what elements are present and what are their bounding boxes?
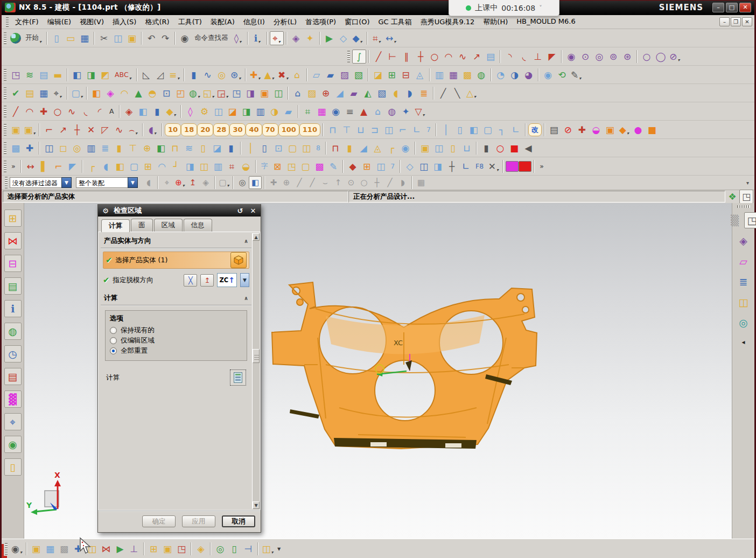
toolbar-icon[interactable]: ◆▾ [617,123,631,137]
preset-button[interactable]: 70 [262,123,278,136]
toolbar-icon[interactable]: ≋ [23,68,37,82]
toolbar-grip[interactable] [4,124,6,136]
toolbar-icon[interactable]: ⌖ [4,413,22,430]
toolbar-icon[interactable]: ◓ [145,86,159,100]
toolbar-icon[interactable]: ⊢ [386,50,400,64]
toolbar-icon[interactable]: ◿ [153,68,167,82]
toolbar-icon[interactable]: ◆▾ [164,104,178,118]
toolbar-icon[interactable]: ▶ [113,542,127,556]
toolbar-icon[interactable]: ⌂ [371,104,385,118]
toolbar-icon[interactable]: ▣ [29,542,43,556]
toolbar-icon[interactable]: ▱ [736,253,752,269]
zc-dropdown-button[interactable]: ▼ [240,273,249,287]
graphics-viewport[interactable]: XC X Y ⚙ 检查区域 ↺ [24,203,732,539]
minimize-button[interactable]: – [712,3,724,12]
toolbar-icon[interactable]: ✦ [399,104,413,118]
toolbar-icon[interactable]: ↷ [158,31,172,45]
toolbar-icon[interactable]: ∥ [400,50,414,64]
toolbar-icon[interactable]: ⌣ [319,176,332,189]
toolbar-icon[interactable]: ╱ [9,104,23,118]
toolbar-icon[interactable]: ◩ [98,68,112,82]
toolbar-icon[interactable]: ▯ [4,458,22,476]
menu-item[interactable]: GC 工具箱 [374,16,416,29]
toolbar-icon[interactable]: ⋈ [99,542,113,556]
toolbar-icon[interactable]: ⌐ [396,123,410,137]
dialog-close-icon[interactable]: ✕ [248,207,258,215]
toolbar-icon[interactable]: ◳ [174,542,188,556]
toolbar-icon[interactable]: ⊕ [319,86,333,100]
dialog-title-bar[interactable]: ⚙ 检查区域 ↺ ✕ [98,205,261,217]
toolbar-icon[interactable]: ◠ [155,159,169,173]
toolbar-icon[interactable]: ▤ [4,277,22,295]
toolbar-icon[interactable]: ◧ [70,68,84,82]
toolbar-icon[interactable]: ╲ [450,86,464,100]
mdi-button[interactable]: ✕ [742,17,752,26]
collapse-caret-icon[interactable]: ∧ [244,295,248,301]
toolbar-icon[interactable]: ◑ [268,104,282,118]
toolbar-icon[interactable]: ▣ [125,31,139,45]
toolbar-icon[interactable]: ◧ [89,86,103,100]
toolbar-icon[interactable]: ⊠ [270,159,284,173]
toolbar-icon[interactable]: ┼ [445,159,459,173]
select-body-button[interactable] [230,252,247,268]
toolbar-icon[interactable]: ▦ [78,31,92,45]
dialog-tab-面[interactable]: 面 [131,219,153,232]
toolbar-icon[interactable]: │ [243,141,257,155]
toolbar-icon[interactable]: ◫ [197,159,211,173]
toolbar-icon[interactable]: ◜ [93,104,107,118]
toolbar-icon[interactable]: ▯ [50,31,64,45]
draft-direction-row[interactable]: ✔ 指定脱模方向 ╳ ↥ ZC ↑ ▼ [103,271,249,289]
toolbar-icon[interactable]: ▽▾ [413,104,427,118]
mdi-button[interactable]: ❐ [731,17,741,26]
toolbar-icon[interactable]: ◉▾ [10,542,24,556]
toolbar-icon[interactable]: ▮ [479,141,493,155]
toolbar-icon[interactable]: ◈ [103,86,117,100]
toolbar-icon[interactable]: ▰ [347,86,361,100]
toolbar-icon[interactable]: ▲ [131,86,145,100]
menu-item[interactable]: 首选项(P) [301,16,340,29]
toolbar-icon[interactable]: ▤ [484,50,498,64]
toolbar-icon[interactable]: △▾ [464,86,478,100]
toolbar-icon[interactable]: ⊥ [127,542,141,556]
toolbar-icon[interactable]: ⊕ [140,141,154,155]
toolbar-icon[interactable]: ┼ [70,123,84,137]
toolbar-icon[interactable]: ○ [51,104,65,118]
dropdown-arrow-icon[interactable]: ▼ [128,177,138,188]
toolbar-icon[interactable]: ⊕ [280,176,293,189]
toolbar-icon[interactable]: ◉ [398,141,412,155]
toolbar-icon[interactable]: ◨ [243,86,257,100]
toolbar-icon[interactable]: ◪ [226,104,240,118]
cancel-button[interactable]: 取消 [222,515,255,527]
toolbar-icon[interactable]: ◨ [240,104,254,118]
toolbar-icon[interactable]: ∟ [459,159,473,173]
toolbar-icon[interactable]: ▯ [446,141,460,155]
toolbar-icon[interactable]: ▮ [224,141,238,155]
point-dialog-button[interactable]: ↥ [200,274,214,287]
toolbar-icon[interactable]: ✂ [97,31,111,45]
toolbar-icon[interactable]: ↥ [186,176,199,189]
toolbar-icon[interactable]: ≡ [343,104,357,118]
toolbar-icon[interactable]: ▣▾ [23,123,37,137]
toolbar-icon[interactable]: ◎ [213,542,227,556]
toolbar-icon[interactable]: ◢ [356,141,370,155]
toolbar-icon[interactable]: ◤ [66,159,80,173]
preset-button[interactable]: 30 [229,123,246,136]
preset-button[interactable]: 40 [246,123,262,136]
toolbar-icon[interactable]: ⌗▾ [370,31,384,45]
toolbar-icon[interactable]: ✚ [37,104,51,118]
toolbar-icon[interactable]: ⊡ [271,141,285,155]
radio-option[interactable]: 保持现有的 [110,325,242,336]
toolbar-icon[interactable]: ℹ [4,300,22,317]
toolbar-icon[interactable]: ◫ [417,159,431,173]
collapse-arrow-icon[interactable]: ◂ [741,338,745,346]
toolbar-icon[interactable]: ✎▾ [569,68,583,82]
toolbar-icon[interactable]: ◨ [431,159,445,173]
toolbar-icon[interactable]: ╱ [436,86,450,100]
toolbar-icon[interactable]: ▣ [257,86,271,100]
menu-item[interactable]: 视图(V) [75,16,108,29]
toolbar-icon[interactable]: ╱ [372,50,386,64]
toolbar-icon[interactable]: ◸ [98,123,112,137]
toolbar-icon[interactable]: ▧ [352,68,366,82]
toolbar-icon[interactable]: ▩ [9,141,23,155]
toolbar-icon[interactable]: ▓ [4,390,22,408]
